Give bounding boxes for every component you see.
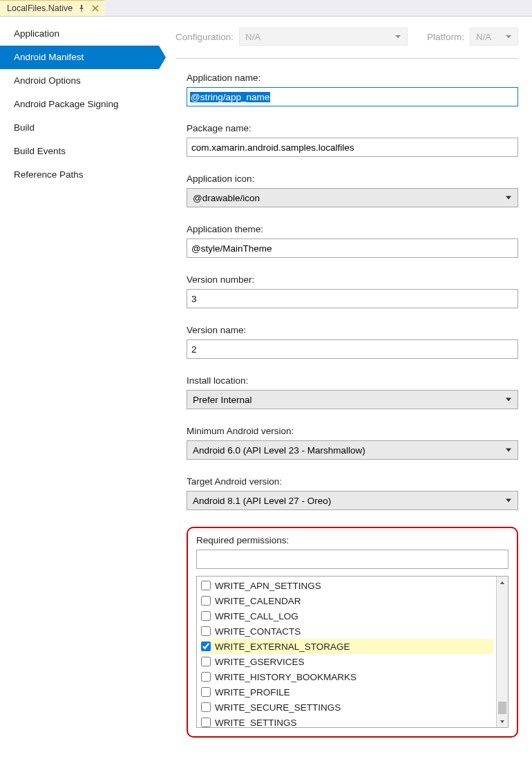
permission-row[interactable]: WRITE_SETTINGS — [200, 715, 493, 727]
tab-strip: LocalFiles.Native — [0, 0, 532, 17]
permission-row[interactable]: WRITE_CONTACTS — [200, 624, 493, 639]
application-icon-select[interactable]: @drawable/icon — [187, 188, 518, 207]
permission-row[interactable]: WRITE_GSERVICES — [200, 654, 493, 669]
application-theme-label: Application theme: — [187, 224, 518, 234]
configuration-select: N/A — [239, 28, 408, 46]
sidebar: Application Android Manifest Android Opt… — [0, 17, 159, 777]
application-name-input[interactable]: @string/app_name — [187, 87, 518, 106]
permission-row[interactable]: WRITE_PROFILE — [200, 684, 493, 700]
permission-checkbox[interactable] — [201, 702, 211, 712]
close-icon[interactable] — [91, 3, 100, 13]
config-platform-row: Configuration: N/A Platform: N/A — [175, 28, 518, 59]
permissions-list[interactable]: WRITE_APN_SETTINGSWRITE_CALENDARWRITE_CA… — [197, 577, 496, 727]
sidebar-item-reference-paths[interactable]: Reference Paths — [0, 163, 159, 187]
application-theme-input[interactable] — [187, 238, 518, 258]
permission-label: WRITE_HISTORY_BOOKMARKS — [215, 672, 357, 682]
permission-checkbox[interactable] — [201, 581, 211, 590]
scroll-down-icon[interactable] — [497, 715, 508, 727]
install-location-label: Install location: — [187, 375, 518, 386]
permission-label: WRITE_CONTACTS — [215, 626, 301, 637]
pin-icon[interactable] — [77, 3, 86, 13]
version-number-label: Version number: — [187, 274, 518, 285]
package-name-label: Package name: — [187, 123, 518, 133]
tab-title: LocalFiles.Native — [7, 3, 73, 13]
permission-checkbox[interactable] — [201, 672, 211, 682]
platform-label: Platform: — [427, 32, 464, 42]
permission-checkbox[interactable] — [201, 687, 211, 697]
permission-label: WRITE_GSERVICES — [215, 657, 305, 667]
scroll-up-icon[interactable] — [497, 577, 508, 588]
permission-label: WRITE_APN_SETTINGS — [215, 581, 321, 591]
permission-checkbox[interactable] — [201, 657, 211, 666]
permissions-scrollbar[interactable] — [496, 577, 508, 727]
install-location-select[interactable]: Prefer Internal — [187, 390, 518, 409]
permission-row[interactable]: WRITE_EXTERNAL_STORAGE — [200, 639, 493, 654]
permissions-filter-input[interactable] — [196, 550, 509, 569]
document-tab[interactable]: LocalFiles.Native — [0, 0, 104, 16]
version-number-input[interactable] — [187, 289, 518, 308]
configuration-label: Configuration: — [175, 32, 234, 42]
permission-label: WRITE_SETTINGS — [215, 718, 297, 728]
permission-label: WRITE_PROFILE — [215, 687, 290, 698]
sidebar-item-android-package-signing[interactable]: Android Package Signing — [0, 93, 159, 116]
permission-label: WRITE_CALL_LOG — [215, 611, 298, 621]
permission-row[interactable]: WRITE_HISTORY_BOOKMARKS — [200, 669, 493, 684]
version-name-input[interactable] — [187, 339, 518, 359]
application-name-label: Application name: — [187, 73, 518, 83]
permission-checkbox[interactable] — [201, 596, 211, 606]
permission-label: WRITE_SECURE_SETTINGS — [215, 702, 341, 713]
sidebar-item-build[interactable]: Build — [0, 116, 159, 140]
permission-row[interactable]: WRITE_CALL_LOG — [200, 608, 493, 624]
application-name-value: @string/app_name — [190, 92, 270, 102]
permission-checkbox[interactable] — [201, 642, 211, 651]
target-android-select[interactable]: Android 8.1 (API Level 27 - Oreo) — [187, 491, 518, 510]
permission-row[interactable]: WRITE_CALENDAR — [200, 593, 493, 608]
sidebar-item-application[interactable]: Application — [0, 22, 159, 46]
target-android-label: Target Android version: — [187, 476, 518, 487]
min-android-select[interactable]: Android 6.0 (API Level 23 - Marshmallow) — [187, 440, 518, 460]
package-name-input[interactable] — [187, 138, 518, 157]
permission-row[interactable]: WRITE_SECURE_SETTINGS — [200, 700, 493, 715]
version-name-label: Version name: — [187, 325, 518, 335]
permission-row[interactable]: WRITE_APN_SETTINGS — [200, 578, 493, 593]
platform-select: N/A — [470, 28, 518, 46]
permission-checkbox[interactable] — [201, 611, 211, 621]
required-permissions-label: Required permissions: — [196, 535, 509, 545]
permission-checkbox[interactable] — [201, 626, 211, 636]
required-permissions-group: Required permissions: WRITE_APN_SETTINGS… — [187, 527, 518, 738]
min-android-label: Minimum Android version: — [187, 426, 518, 436]
sidebar-item-android-options[interactable]: Android Options — [0, 69, 159, 93]
sidebar-item-android-manifest[interactable]: Android Manifest — [0, 46, 159, 69]
permission-label: WRITE_EXTERNAL_STORAGE — [215, 642, 350, 652]
scroll-thumb[interactable] — [498, 702, 506, 714]
application-icon-label: Application icon: — [187, 174, 518, 184]
permission-label: WRITE_CALENDAR — [215, 596, 301, 606]
sidebar-item-build-events[interactable]: Build Events — [0, 140, 159, 163]
permission-checkbox[interactable] — [201, 718, 211, 727]
